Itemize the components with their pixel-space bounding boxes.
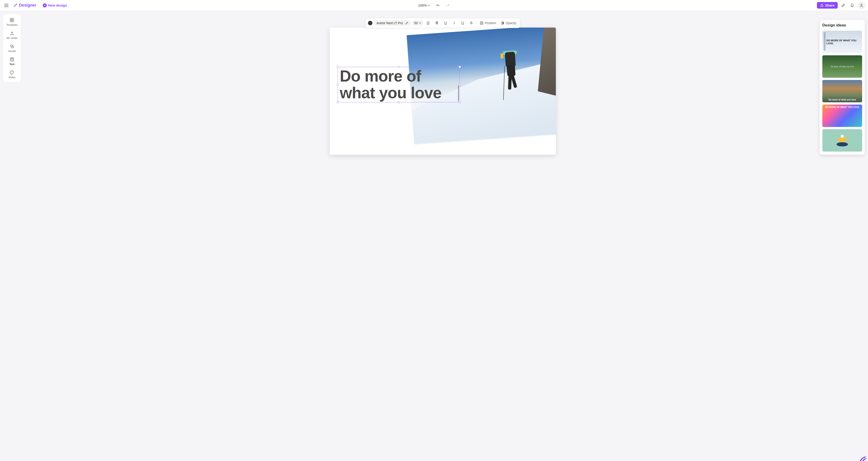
design-ideas-title: Design ideas [822, 23, 862, 28]
resize-handle-bottom[interactable] [398, 101, 400, 103]
resize-handle-bottom-right[interactable] [459, 101, 461, 103]
brand: Designer [13, 3, 36, 8]
sidebar-item-label: Visuals [8, 50, 16, 53]
opacity-label: Opacity [506, 21, 516, 25]
strikethrough-icon: S [470, 21, 473, 25]
font-family-dropdown[interactable]: Avenir Next LT Pro [374, 20, 411, 26]
align-left-icon [427, 21, 430, 25]
top-bar: Designer + New design 100% Share [0, 0, 868, 11]
selected-text-element[interactable]: Do more of what you love [338, 67, 460, 102]
svg-point-13 [12, 72, 13, 72]
svg-rect-15 [481, 22, 483, 24]
opacity-icon [501, 21, 504, 25]
svg-point-12 [11, 71, 12, 72]
bold-icon: B [436, 21, 438, 25]
svg-rect-4 [10, 18, 12, 20]
sidebar-item-label: Text [9, 63, 14, 66]
font-size-value: 50 [414, 21, 418, 25]
idea-caption: Do more of what you love [829, 98, 856, 101]
palette-icon [9, 70, 14, 75]
svg-point-7 [12, 20, 14, 22]
undo-button[interactable] [434, 2, 442, 9]
idea-caption: DO MORE OF WHAT YOU LOVE [827, 39, 861, 45]
underline-icon: U [444, 21, 447, 25]
zoom-value: 100% [418, 3, 427, 7]
bell-icon [850, 3, 854, 7]
resize-handle-top-left[interactable] [337, 66, 339, 68]
sidebar-item-visuals[interactable]: Visuals [3, 42, 21, 54]
meditation-illustration [836, 135, 849, 146]
share-icon [820, 4, 824, 7]
svg-rect-6 [10, 20, 12, 22]
align-button[interactable] [425, 20, 432, 26]
idea-caption: DO MORE OF WHAT YOU LOVE [825, 106, 860, 108]
font-family-value: Avenir Next LT Pro [377, 21, 403, 25]
design-canvas[interactable]: Do more of what you love [330, 28, 556, 155]
svg-rect-5 [12, 18, 14, 20]
sidebar-item-my-media[interactable]: My media [3, 29, 21, 41]
svg-rect-14 [480, 22, 483, 24]
shapes-icon [9, 44, 14, 49]
resize-handle-top[interactable] [398, 66, 400, 68]
design-ideas-panel: Design ideas DO MORE OF WHAT YOU LOVE Do… [819, 20, 865, 155]
sidebar-item-text[interactable]: Text [3, 55, 21, 67]
account-button[interactable] [858, 2, 865, 9]
design-idea-card[interactable]: Do more of what you love [822, 80, 862, 102]
position-label: Position [485, 21, 496, 25]
design-idea-card[interactable]: DO MORE OF WHAT YOU LOVE [822, 31, 862, 53]
left-sidebar: Templates My media Visuals Text Styles [3, 14, 21, 82]
undo-icon [436, 3, 440, 7]
resize-handle-left[interactable] [337, 84, 339, 86]
font-size-dropdown[interactable]: 50 [412, 20, 423, 26]
opacity-button[interactable]: Opacity [499, 20, 518, 26]
italic-button[interactable]: I [451, 20, 458, 26]
chevron-down-icon [428, 4, 430, 6]
text-icon [9, 57, 14, 62]
svg-point-0 [16, 4, 17, 5]
text-color-swatch[interactable] [368, 21, 373, 25]
sidebar-item-styles[interactable]: Styles [3, 68, 21, 80]
position-icon [480, 21, 484, 25]
italic-icon: I [454, 21, 455, 25]
bold-button[interactable]: B [434, 20, 440, 26]
hamburger-icon [4, 4, 8, 7]
hiker-illustration [501, 52, 522, 93]
main-area: Templates My media Visuals Text Styles [0, 11, 868, 461]
color-picker-button[interactable] [839, 2, 847, 9]
plus-icon: + [43, 3, 47, 7]
svg-point-8 [10, 45, 13, 47]
position-button[interactable]: Position [478, 20, 498, 26]
share-label: Share [825, 3, 835, 7]
text-caret [458, 86, 459, 101]
design-idea-card[interactable] [822, 129, 862, 152]
text-format-toolbar: Avenir Next LT Pro 50 B U I U [366, 18, 520, 28]
templates-icon [9, 18, 14, 23]
idea-caption: Do more of what you love [831, 65, 854, 68]
zoom-dropdown[interactable]: 100% [416, 2, 432, 8]
sidebar-item-label: My media [6, 37, 18, 39]
svg-point-11 [11, 72, 11, 72]
share-button[interactable]: Share [817, 2, 838, 8]
design-idea-card[interactable]: Do more of what you love [822, 55, 862, 78]
menu-button[interactable] [3, 2, 10, 9]
resize-handle-right[interactable] [459, 84, 461, 86]
sidebar-item-label: Styles [8, 76, 16, 78]
brand-icon [13, 3, 18, 8]
sidebar-item-label: Templates [6, 24, 18, 26]
new-design-button[interactable]: + New design [41, 2, 69, 8]
strikethrough-button[interactable]: S [468, 20, 475, 26]
notifications-button[interactable] [848, 2, 856, 9]
pencil-icon [405, 22, 408, 25]
user-icon [860, 3, 864, 7]
headline-text[interactable]: Do more of what you love [340, 68, 458, 101]
canvas-area: Avenir Next LT Pro 50 B U I U [21, 14, 865, 458]
chevron-down-icon [419, 22, 421, 24]
design-idea-card[interactable]: DO MORE OF WHAT YOU LOVE [822, 105, 862, 127]
resize-handle-bottom-left[interactable] [337, 101, 339, 103]
sidebar-item-templates[interactable]: Templates [3, 16, 21, 28]
underline-icon: U [461, 21, 464, 25]
eyedropper-icon [841, 3, 845, 7]
redo-button[interactable] [444, 2, 452, 9]
underline-button[interactable]: U [442, 20, 449, 26]
underline-2-button[interactable]: U [459, 20, 466, 26]
